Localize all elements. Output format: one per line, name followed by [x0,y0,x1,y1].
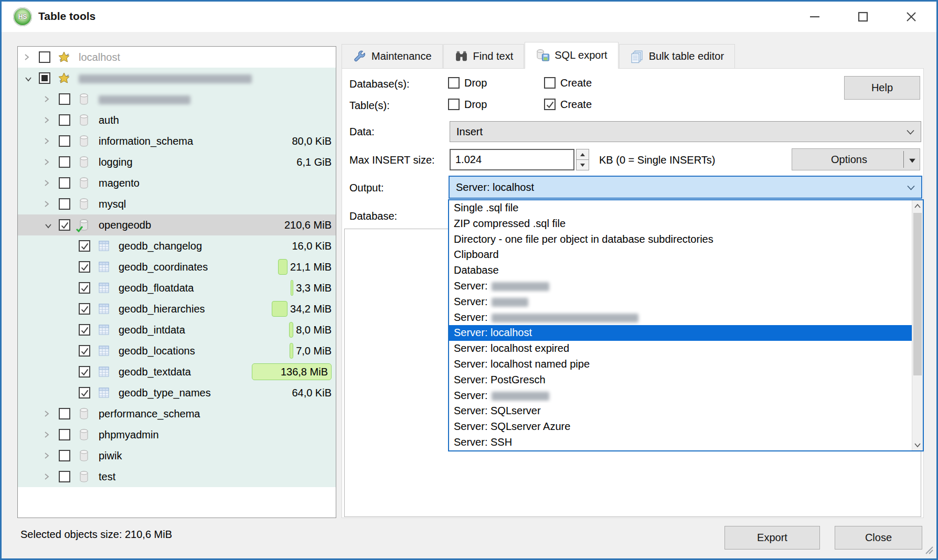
tree-row[interactable]: opengeodb210,6 MiB [18,214,336,235]
tree-checkbox[interactable] [59,156,70,168]
dropdown-item[interactable]: Server: PostGresch [449,372,912,388]
chevron-expanded-icon[interactable] [24,75,33,84]
tree-row[interactable]: localhost [18,47,336,68]
tree-checkbox[interactable] [39,51,50,63]
dropdown-scrollbar[interactable] [912,200,923,450]
chevron-collapsed-icon[interactable] [44,94,50,106]
chevron-collapsed-icon[interactable] [44,157,50,169]
dropdown-item[interactable]: Server: localhost named pipe [449,357,912,372]
stepper-down-button[interactable] [576,160,589,170]
tab-find-text[interactable]: Find text [443,44,525,68]
tree-checkbox[interactable] [79,303,90,315]
dropdown-item[interactable]: Clipboard [449,247,912,263]
chevron-collapsed-icon[interactable] [44,451,50,462]
close-button[interactable] [893,2,929,32]
dropdown-item[interactable]: Server: SQLserver Azure [449,419,912,435]
database-icon [78,156,90,168]
tree-checkbox[interactable] [79,240,90,252]
databases-drop-checkbox[interactable] [448,77,460,89]
max-insert-size-stepper [576,149,589,170]
resize-grip[interactable] [923,544,933,556]
max-insert-size-input[interactable]: 1.024 [450,149,574,170]
maximize-button[interactable] [845,2,881,32]
dropdown-item[interactable]: Server: localhost expired [449,341,912,357]
dropdown-item[interactable]: Directory - one file per object in datab… [449,232,912,247]
tree-checkbox[interactable] [59,177,70,189]
tree-row[interactable]: phpmyadmin [18,424,336,445]
tree-row[interactable]: information_schema80,0 KiB [18,131,336,152]
tree-checkbox[interactable] [59,93,70,105]
tree-row[interactable]: geodb_textdata136,8 MiB [18,361,336,382]
tree-checkbox[interactable] [59,135,70,147]
tab-sql-export[interactable]: SQL export [525,42,618,69]
tree-row[interactable]: geodb_changelog16,0 KiB [18,235,336,256]
dropdown-item[interactable]: Database [449,263,912,278]
tree-row[interactable]: geodb_floatdata3,3 MiB [18,277,336,298]
dropdown-item[interactable]: Server: localhost [449,325,912,341]
tree-row[interactable]: geodb_coordinates21,1 MiB [18,256,336,277]
tab-bulk-table-editor[interactable]: Bulk table editor [619,44,735,68]
chevron-collapsed-icon[interactable] [24,52,30,64]
dropdown-item[interactable]: Server: [449,388,912,404]
dropdown-item[interactable]: ZIP compressed .sql file [449,216,912,232]
tree-checkbox[interactable] [59,429,70,440]
tree-row[interactable]: test [18,466,336,487]
tree-checkbox[interactable] [79,261,90,273]
tab-maintenance[interactable]: Maintenance [342,44,443,68]
tree-row[interactable] [18,68,336,89]
tables-create-checkbox[interactable] [544,99,556,110]
options-button[interactable]: Options [792,148,920,170]
help-button[interactable]: Help [844,76,920,100]
tree-row[interactable]: auth [18,110,336,131]
scroll-up-icon[interactable] [912,200,923,211]
dropdown-item[interactable]: Single .sql file [449,200,912,216]
tree-checkbox[interactable] [59,114,70,126]
dropdown-item[interactable]: Server: [449,294,912,310]
tree-row[interactable]: magento [18,173,336,193]
chevron-collapsed-icon[interactable] [44,430,50,441]
output-combobox[interactable]: Server: localhost [449,176,922,199]
dropdown-item[interactable]: Server: SQLserver [449,403,912,419]
stepper-up-button[interactable] [576,149,589,160]
tree-checkbox[interactable] [59,408,70,419]
tree-row[interactable] [18,89,336,110]
tree-row[interactable]: logging6,1 GiB [18,152,336,173]
tree-row[interactable]: geodb_intdata8,0 MiB [18,319,336,340]
dropdown-item[interactable]: Server: [449,278,912,294]
dropdown-item[interactable]: Server: SSH [449,435,912,450]
chevron-collapsed-icon[interactable] [44,136,50,148]
tree-checkbox[interactable] [79,282,90,294]
tree-checkbox[interactable] [79,366,90,378]
dropdown-item[interactable]: Server: [449,310,912,326]
databases-create-checkbox[interactable] [544,77,556,89]
tab-label: Maintenance [371,50,432,62]
data-combobox[interactable]: Insert [450,121,921,142]
tree-checkbox[interactable] [79,324,90,336]
tree-checkbox[interactable] [59,219,70,231]
tree-row[interactable]: geodb_locations7,0 MiB [18,340,336,361]
chevron-collapsed-icon[interactable] [44,199,50,211]
tree-row[interactable]: piwik [18,445,336,466]
minimize-button[interactable] [797,2,833,32]
tree-row[interactable]: geodb_hierarchies34,2 MiB [18,298,336,319]
close-dialog-button[interactable]: Close [835,526,922,550]
chevron-collapsed-icon[interactable] [44,115,50,127]
chevron-collapsed-icon[interactable] [44,409,50,421]
tree-checkbox[interactable] [79,345,90,357]
chevron-collapsed-icon[interactable] [44,178,50,190]
tree-checkbox[interactable] [59,450,70,461]
tree-checkbox[interactable] [59,471,70,482]
chevron-collapsed-icon[interactable] [44,472,50,483]
scroll-down-icon[interactable] [912,439,923,450]
tree-checkbox[interactable] [39,72,50,84]
tree-row[interactable]: performance_schema [18,403,336,424]
export-button[interactable]: Export [724,526,820,550]
scrollbar-thumb[interactable] [913,213,922,375]
chevron-expanded-icon[interactable] [44,222,52,231]
options-dropdown-arrow-icon[interactable] [909,154,915,166]
tree-checkbox[interactable] [59,198,70,210]
tree-row[interactable]: geodb_type_names64,0 KiB [18,382,336,403]
tables-drop-checkbox[interactable] [448,99,460,110]
tree-row[interactable]: mysql [18,193,336,214]
tree-checkbox[interactable] [79,387,90,399]
